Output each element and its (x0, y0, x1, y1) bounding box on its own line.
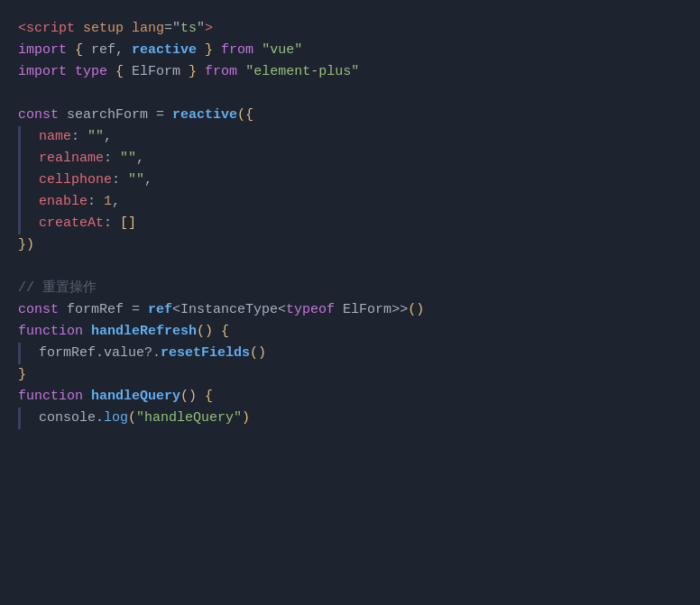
code-line-2: import { ref, reactive } from "vue" (18, 40, 700, 61)
token-dot1: . (96, 343, 104, 364)
token-enable-val: 1 (104, 191, 112, 213)
token-fn-parens: () (197, 321, 213, 343)
code-line-1: <script setup lang="ts"> (18, 18, 700, 40)
token-brace-close: } (197, 40, 213, 61)
token-optional-chain: ?. (144, 343, 161, 364)
token-eq: =" (164, 18, 180, 40)
indent-bar-3 (18, 170, 21, 191)
code-line-16: formRef.value?.resetFields() (18, 343, 700, 364)
token-colon3: : (112, 170, 128, 191)
token-setup-attr: setup (83, 18, 132, 40)
indent-bar-6 (18, 343, 21, 364)
token-obj-close: } (18, 234, 26, 256)
token-colon4: : (88, 191, 104, 213)
code-line-7: realname: "", (18, 148, 700, 170)
code-editor: <script setup lang="ts"> import { ref, r… (0, 0, 700, 605)
token-assign: = (156, 105, 172, 126)
token-comment: // 重置操作 (18, 278, 97, 299)
token-resetfields: resetFields (161, 343, 250, 364)
token-script-close: > (205, 18, 213, 40)
token-cellphone-val: "" (128, 170, 144, 191)
token-generic-type: <InstanceType< (172, 299, 286, 321)
token-cellphone-prop: cellphone (39, 170, 112, 191)
token-call-parens: () (408, 299, 424, 321)
token-brace-open2: { (115, 61, 132, 83)
token-createat-prop: createAt (39, 213, 104, 234)
token-handlequery-str: "handleQuery" (136, 408, 242, 429)
token-comma1: , (104, 126, 112, 148)
token-close-quote: " (197, 18, 205, 40)
code-line-13: // 重置操作 (18, 278, 700, 299)
token-space5 (213, 321, 221, 343)
token-brace-open: { (75, 40, 91, 61)
code-line-3: import type { ElForm } from "element-plu… (18, 61, 700, 83)
token-realname-val: "" (120, 148, 136, 170)
token-formref-use: formRef (39, 343, 96, 364)
token-paren-close: ) (26, 234, 34, 256)
indent-bar-4 (18, 191, 21, 213)
token-comma3: , (144, 170, 152, 191)
code-line-8: cellphone: "", (18, 170, 700, 191)
indent-bar-5 (18, 213, 21, 234)
indent-bar-7 (18, 408, 21, 429)
token-element-plus-str: "element-plus" (245, 61, 359, 83)
token-reactive-call: reactive (172, 105, 237, 126)
token-handlequery-name: handleQuery (91, 386, 180, 408)
token-reactive: reactive (132, 40, 197, 61)
token-script-open: <script (18, 18, 83, 40)
token-typeof: typeof (286, 299, 343, 321)
token-from2: from (205, 61, 237, 83)
token-type: type (75, 61, 115, 83)
token-createat-val: [] (120, 213, 136, 234)
token-realname-prop: realname (39, 148, 104, 170)
code-line-9: enable: 1, (18, 191, 700, 213)
token-function: function (18, 321, 91, 343)
token-ref: ref, (91, 40, 132, 61)
code-line-19: console.log("handleQuery") (18, 408, 700, 429)
code-line-5: const searchForm = reactive({ (18, 105, 700, 126)
token-import2: import (18, 61, 75, 83)
token-fn-open2: { (205, 386, 213, 408)
token-comma4: , (112, 191, 120, 213)
token-vue-str: "vue" (262, 40, 302, 61)
token-const2: const (18, 299, 67, 321)
code-line-18: function handleQuery() { (18, 386, 700, 408)
token-function2: function (18, 386, 91, 408)
token-paren-open: ( (237, 105, 245, 126)
token-fn-parens2: () (180, 386, 197, 408)
token-searchform: searchForm (67, 105, 156, 126)
token-enable-prop: enable (39, 191, 88, 213)
token-colon2: : (104, 148, 120, 170)
token-lang-attr: lang (132, 18, 164, 40)
token-elform-type: ElForm (343, 299, 391, 321)
indent-bar-1 (18, 126, 21, 148)
token-const: const (18, 105, 67, 126)
token-elform: ElForm (132, 61, 180, 83)
code-line-14: const formRef = ref<InstanceType<typeof … (18, 299, 700, 321)
token-space6 (197, 386, 205, 408)
code-line-17: } (18, 364, 700, 386)
token-obj-open: { (245, 105, 253, 126)
token-fn-close: } (18, 364, 26, 386)
token-name-prop: name (39, 126, 71, 148)
token-log-paren-open: ( (128, 408, 136, 429)
token-formref-var: formRef (67, 299, 132, 321)
token-from: from (221, 40, 253, 61)
token-name-val: "" (88, 126, 104, 148)
token-space (213, 40, 221, 61)
token-ts-val: ts (180, 18, 197, 40)
token-space3 (197, 61, 205, 83)
token-space2 (253, 40, 262, 61)
code-line-15: function handleRefresh() { (18, 321, 700, 343)
token-reset-parens: () (250, 343, 266, 364)
token-colon1: : (71, 126, 88, 148)
token-ref-call: ref (148, 299, 172, 321)
code-line-6: name: "", (18, 126, 700, 148)
code-line-11: }) (18, 234, 700, 256)
token-console: console (39, 408, 96, 429)
token-log: log (104, 408, 128, 429)
token-assign2: = (132, 299, 148, 321)
code-line-blank1 (18, 83, 700, 105)
token-colon5: : (104, 213, 120, 234)
token-brace-close2: } (180, 61, 197, 83)
